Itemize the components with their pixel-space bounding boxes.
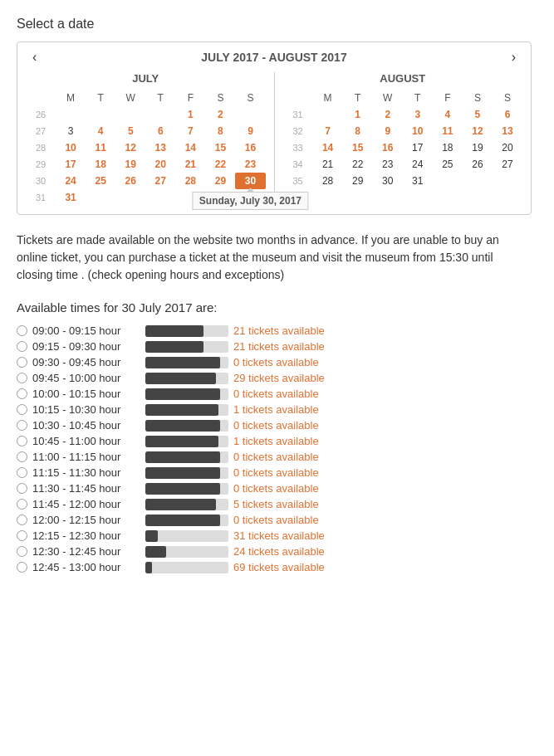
calendar-day[interactable]: 7 bbox=[313, 123, 343, 139]
time-label: 11:30 - 11:45 hour bbox=[32, 482, 140, 495]
calendar-day[interactable]: 8 bbox=[343, 123, 373, 139]
time-bar-fill bbox=[145, 325, 203, 337]
calendar-day[interactable]: 17 bbox=[403, 139, 433, 156]
calendar-day[interactable]: 25 bbox=[433, 156, 463, 173]
calendar-day[interactable]: 5 bbox=[463, 106, 493, 123]
calendar-day[interactable]: 24 bbox=[56, 173, 86, 189]
calendar-day[interactable]: 18 bbox=[433, 139, 463, 156]
calendar-day[interactable]: 14 bbox=[313, 139, 343, 156]
time-radio[interactable] bbox=[17, 530, 27, 541]
calendar-day[interactable]: 15 bbox=[205, 139, 235, 156]
time-radio[interactable] bbox=[17, 357, 27, 368]
tickets-available-label: 31 tickets available bbox=[233, 529, 325, 542]
calendar-day[interactable]: 8 bbox=[205, 123, 235, 139]
time-label: 11:45 - 12:00 hour bbox=[32, 498, 140, 510]
time-radio[interactable] bbox=[17, 451, 27, 462]
calendar-day[interactable]: 26 bbox=[115, 173, 145, 189]
time-radio[interactable] bbox=[17, 483, 27, 494]
calendar-day[interactable]: 31 bbox=[403, 173, 433, 189]
calendar-week-row: 3278910111213 bbox=[283, 123, 523, 139]
calendar-day[interactable]: 16 bbox=[235, 139, 265, 156]
calendar-day[interactable]: 21 bbox=[175, 156, 205, 173]
calendar-day[interactable]: 28 bbox=[313, 173, 343, 189]
time-radio[interactable] bbox=[17, 373, 27, 383]
calendar-day[interactable]: 22 bbox=[205, 156, 235, 173]
time-bar-container bbox=[145, 388, 228, 400]
calendar-day[interactable]: 7 bbox=[175, 123, 205, 139]
time-radio[interactable] bbox=[17, 341, 27, 352]
time-radio[interactable] bbox=[17, 436, 27, 446]
calendar-day[interactable]: 28 bbox=[175, 173, 205, 189]
time-radio[interactable] bbox=[17, 404, 27, 415]
calendar-day[interactable]: 5 bbox=[115, 123, 145, 139]
calendar-day bbox=[115, 106, 145, 123]
calendar-day[interactable]: 11 bbox=[86, 139, 115, 156]
calendar-day[interactable]: 10 bbox=[56, 139, 86, 156]
calendar-day[interactable]: 12 bbox=[115, 139, 145, 156]
time-bar-container bbox=[145, 420, 228, 432]
time-bar-container bbox=[145, 341, 228, 353]
time-radio[interactable] bbox=[17, 467, 27, 478]
calendar-day[interactable]: 31 bbox=[56, 189, 86, 206]
calendar-day[interactable]: 2 bbox=[373, 106, 403, 123]
calendar-day bbox=[86, 189, 115, 206]
calendar-day[interactable]: 12 bbox=[463, 123, 493, 139]
calendar-week-row: 2810111213141516 bbox=[26, 139, 266, 156]
calendar-day[interactable]: 16 bbox=[373, 139, 403, 156]
time-label: 10:45 - 11:00 hour bbox=[32, 435, 140, 447]
calendar-day-selected[interactable]: 30Sunday, July 30, 2017 bbox=[235, 173, 265, 189]
calendar-prev-button[interactable]: ‹ bbox=[26, 48, 43, 66]
time-bar-fill bbox=[145, 483, 220, 495]
time-bar-fill bbox=[145, 420, 220, 432]
calendar-day[interactable]: 23 bbox=[235, 156, 265, 173]
calendar-day[interactable]: 17 bbox=[56, 156, 86, 173]
calendar-day[interactable]: 9 bbox=[235, 123, 265, 139]
calendar-day[interactable]: 20 bbox=[145, 156, 175, 173]
calendar-day[interactable]: 6 bbox=[493, 106, 522, 123]
calendar-day[interactable]: 23 bbox=[373, 156, 403, 173]
time-radio[interactable] bbox=[17, 420, 27, 431]
calendar-day[interactable]: 2 bbox=[205, 106, 235, 123]
time-slot-row: 12:00 - 12:15 hour0 tickets available bbox=[17, 514, 537, 526]
calendar-day[interactable]: 27 bbox=[145, 173, 175, 189]
time-radio[interactable] bbox=[17, 388, 27, 399]
calendar-day[interactable]: 19 bbox=[115, 156, 145, 173]
calendar-day[interactable]: 22 bbox=[343, 156, 373, 173]
calendar-day[interactable]: 1 bbox=[175, 106, 205, 123]
calendar-day[interactable]: 29 bbox=[343, 173, 373, 189]
calendar-day[interactable]: 4 bbox=[86, 123, 115, 139]
calendar-day[interactable]: 19 bbox=[463, 139, 493, 156]
calendar-day[interactable]: 25 bbox=[86, 173, 115, 189]
time-radio[interactable] bbox=[17, 515, 27, 525]
calendar-day[interactable]: 9 bbox=[373, 123, 403, 139]
calendar-day[interactable]: 11 bbox=[433, 123, 463, 139]
calendar-day[interactable]: 24 bbox=[403, 156, 433, 173]
calendar-day[interactable]: 21 bbox=[313, 156, 343, 173]
calendar-day[interactable]: 29 bbox=[205, 173, 235, 189]
calendar-day[interactable]: 20 bbox=[493, 139, 522, 156]
time-bar-fill bbox=[145, 341, 203, 353]
calendar-day[interactable]: 13 bbox=[493, 123, 522, 139]
calendar-day[interactable]: 13 bbox=[145, 139, 175, 156]
calendar-day[interactable]: 30 bbox=[373, 173, 403, 189]
calendar-day[interactable]: 14 bbox=[175, 139, 205, 156]
calendar-day[interactable]: 3 bbox=[403, 106, 433, 123]
calendar-day[interactable]: 6 bbox=[145, 123, 175, 139]
calendar-day[interactable]: 18 bbox=[86, 156, 115, 173]
time-radio[interactable] bbox=[17, 325, 27, 336]
calendar-day[interactable]: 15 bbox=[343, 139, 373, 156]
time-radio[interactable] bbox=[17, 562, 27, 573]
calendar-day[interactable]: 26 bbox=[463, 156, 493, 173]
calendar-next-button[interactable]: › bbox=[505, 48, 522, 66]
time-radio[interactable] bbox=[17, 546, 27, 557]
week-number: 35 bbox=[283, 173, 313, 189]
time-slot-row: 12:30 - 12:45 hour24 tickets available bbox=[17, 545, 537, 558]
calendar-day[interactable]: 27 bbox=[493, 156, 522, 173]
time-bar-container bbox=[145, 546, 228, 558]
calendar-week-row: 3421222324252627 bbox=[283, 156, 523, 173]
calendar-day[interactable]: 10 bbox=[403, 123, 433, 139]
calendar-day[interactable]: 1 bbox=[343, 106, 373, 123]
time-radio[interactable] bbox=[17, 499, 27, 510]
calendar-day[interactable]: 3 bbox=[56, 123, 86, 139]
calendar-day[interactable]: 4 bbox=[433, 106, 463, 123]
